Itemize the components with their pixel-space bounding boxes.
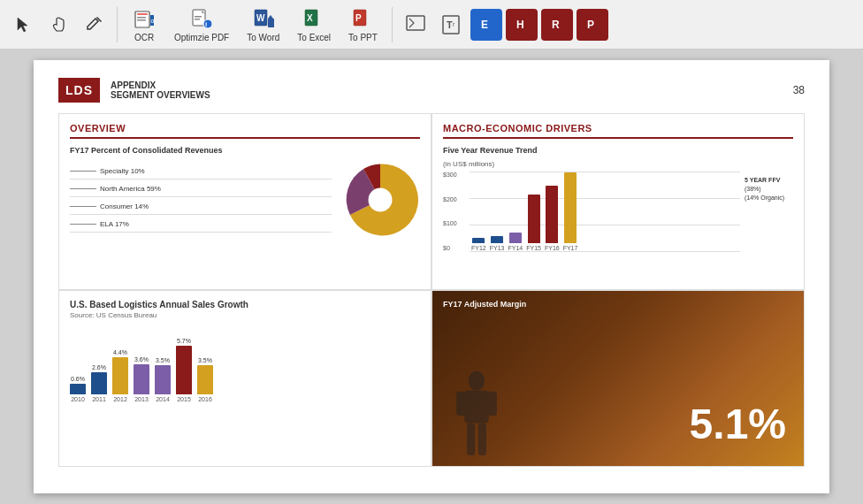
bar-fy16-label: FY16	[545, 245, 560, 251]
y-label-100: $100	[443, 220, 468, 226]
annotation-line1: 5 YEAR FFV	[745, 177, 780, 183]
convert-icon-1[interactable]	[400, 9, 432, 41]
svg-marker-14	[268, 15, 273, 19]
select-tool[interactable]	[7, 9, 39, 41]
margin-value: 5.1%	[690, 400, 786, 448]
log-bar-rect-2011	[91, 372, 107, 394]
log-bar-rect-2010	[70, 384, 86, 394]
svg-text:W: W	[256, 13, 265, 23]
macro-annotation: 5 YEAR FFV (38%) (14% Organic)	[745, 176, 793, 202]
hand-tool[interactable]	[42, 9, 74, 41]
bar-fy12: FY12	[471, 238, 486, 251]
bar-fy13-rect	[491, 236, 503, 243]
to-ppt-button[interactable]: P To PPT	[341, 4, 385, 46]
margin-label: FY17 Adjusted Margin	[443, 300, 526, 309]
separator-2	[392, 7, 393, 42]
log-year-2012: 2012	[113, 396, 127, 402]
y-axis: $300 $200 $100 $0	[443, 172, 468, 251]
bar-fy17: FY17	[563, 172, 578, 251]
optimize-pdf-button[interactable]: i Optimzie PDF	[167, 4, 236, 46]
log-year-2013: 2013	[134, 396, 149, 402]
edit-tool[interactable]	[78, 9, 110, 41]
svg-rect-1	[137, 13, 148, 15]
log-year-2016: 2016	[198, 396, 212, 402]
log-val-2014: 3.5%	[156, 357, 170, 363]
main-content: LDS APPENDIX SEGMENT OVERVIEWS 38 OVERVI…	[0, 50, 863, 504]
svg-rect-7	[195, 16, 202, 18]
logo-section: LDS APPENDIX SEGMENT OVERVIEWS	[58, 78, 210, 103]
logistics-source: Source: US Census Bureau	[70, 311, 420, 319]
bar-fy15: FY15	[526, 195, 541, 251]
svg-rect-33	[478, 423, 486, 455]
y-label-0: $0	[443, 245, 468, 251]
legend-item-ela: ELA 17%	[70, 220, 332, 233]
convert-icon-4[interactable]: H	[506, 9, 538, 41]
svg-point-27	[369, 188, 393, 212]
convert-icon-6[interactable]: P	[577, 9, 608, 41]
svg-text:i: i	[205, 20, 207, 28]
svg-rect-2	[137, 17, 146, 19]
log-val-2016: 3.5%	[198, 357, 212, 363]
log-bar-2015: 5.7% 2015	[176, 338, 192, 402]
convert-icon-2[interactable]: T r	[435, 9, 467, 41]
legend-item-specialty: Specialty 10%	[70, 167, 332, 179]
macro-bars: FY12 FY13 FY14 FY15	[471, 172, 742, 251]
log-bar-rect-2014	[155, 365, 171, 394]
optimize-pdf-label: Optimzie PDF	[174, 33, 229, 42]
log-bar-2011: 2.6% 2011	[91, 364, 107, 402]
svg-rect-13	[268, 19, 274, 27]
header-text: APPENDIX SEGMENT OVERVIEWS	[111, 80, 210, 100]
log-val-2012: 4.4%	[113, 349, 127, 355]
log-year-2010: 2010	[71, 396, 85, 402]
svg-text:P: P	[355, 13, 362, 23]
overview-title: OVERVIEW	[70, 123, 420, 139]
company-logo: LDS	[58, 78, 100, 103]
svg-text:R: R	[552, 19, 560, 31]
svg-rect-32	[467, 423, 475, 455]
ocr-icon: OCR	[132, 7, 157, 32]
overview-panel: OVERVIEW FY17 Percent of Consolidated Re…	[58, 113, 432, 290]
svg-rect-29	[464, 391, 489, 424]
svg-text:H: H	[516, 19, 524, 31]
bar-fy13: FY13	[490, 236, 505, 251]
pie-chart	[340, 160, 420, 240]
logistics-title: U.S. Based Logistics Annual Sales Growth	[70, 300, 420, 309]
log-bar-rect-2012	[112, 357, 128, 394]
log-bar-2012: 4.4% 2012	[112, 349, 128, 402]
grid-line-bottom	[470, 251, 740, 252]
log-val-2015: 5.7%	[177, 338, 191, 344]
macro-title: MACRO-ECONOMIC DRIVERS	[443, 123, 793, 139]
to-word-label: To Word	[247, 33, 279, 42]
svg-rect-31	[487, 392, 497, 416]
svg-rect-3	[137, 19, 146, 21]
convert-icon-5[interactable]: R	[541, 9, 573, 41]
svg-text:P: P	[587, 19, 594, 31]
ocr-button[interactable]: OCR OCR	[125, 4, 164, 46]
log-val-2010: 0.6%	[71, 376, 85, 382]
document-page: LDS APPENDIX SEGMENT OVERVIEWS 38 OVERVI…	[34, 60, 829, 493]
to-excel-label: To Excel	[297, 33, 331, 42]
svg-point-28	[469, 371, 485, 391]
pie-chart-area: Specialty 10% North America 59% Consumer…	[70, 160, 420, 240]
to-excel-button[interactable]: X To Excel	[290, 4, 338, 46]
bar-fy16: FY16	[545, 186, 560, 251]
to-word-button[interactable]: W To Word	[240, 4, 286, 46]
svg-text:E: E	[481, 19, 488, 31]
bar-fy12-rect	[472, 238, 485, 243]
to-word-icon: W	[251, 7, 276, 32]
svg-rect-19	[407, 16, 424, 30]
toolbar: OCR OCR i Optimzie PDF W	[0, 0, 863, 50]
optimize-pdf-icon: i	[189, 7, 214, 32]
legend-area: Specialty 10% North America 59% Consumer…	[70, 167, 332, 233]
legend-label-specialty: Specialty 10%	[100, 167, 145, 175]
bar-fy12-label: FY12	[471, 245, 486, 251]
doc-header: LDS APPENDIX SEGMENT OVERVIEWS 38	[58, 78, 805, 103]
annotation-line2: (38%)	[745, 186, 761, 192]
logistics-panel: U.S. Based Logistics Annual Sales Growth…	[58, 290, 432, 467]
bar-fy15-label: FY15	[526, 245, 541, 251]
legend-item-northamerica: North America 59%	[70, 185, 332, 197]
log-year-2011: 2011	[92, 396, 106, 402]
bar-fy15-rect	[528, 195, 540, 243]
convert-icon-3[interactable]: E	[470, 9, 502, 41]
margin-panel: FY17 Adjusted Margin 5.1%	[432, 290, 805, 467]
